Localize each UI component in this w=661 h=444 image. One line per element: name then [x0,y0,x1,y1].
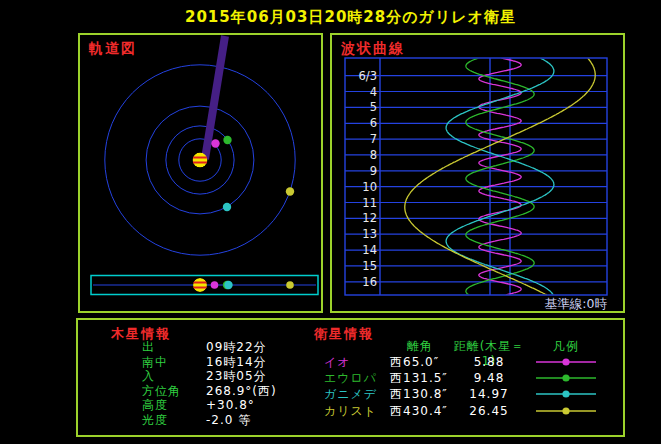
satellite-legend-swatch [528,370,604,386]
satellite-info-table: 離角距離(木星＝1)凡例イオ西65.0″5.88エウロパ西131.5″9.48ガ… [324,339,604,419]
jupiter-row-label: 方位角 [142,384,194,399]
date-tick-label: 16 [362,275,377,289]
wave-panel-label: 波状曲線 [341,40,405,58]
satellite-legend-swatch [528,354,604,370]
date-tick-label: 14 [362,243,377,257]
wave-curves [405,58,595,295]
jupiter-row-value: 09時22分 [194,340,324,355]
legend-dot [562,391,569,398]
legend-dot [562,407,569,414]
page-title: 2015年06月03日20時28分のガリレオ衛星 [76,8,625,28]
satellite-name: イオ [324,354,390,370]
bar-moon-dot-カリスト [286,281,294,289]
date-tick-label: 5 [370,100,377,114]
date-tick-label: 7 [370,132,377,146]
date-tick-label: 6/3 [358,69,377,83]
legend-line-icon [534,372,598,384]
jupiter-row-label: 入 [142,369,194,384]
date-tick-label: 12 [362,211,377,225]
wave-chart: 6/345678910111213141516基準線:0時 [332,35,623,311]
jupiter-row-label: 出 [142,340,194,355]
date-tick-label: 8 [370,148,377,162]
wave-curve-イオ [479,58,521,295]
satellite-elongation: 西130.8″ [390,386,450,402]
jupiter-row-value: 16時14分 [194,355,324,370]
col-header-elongation: 離角 [390,339,450,354]
satellite-name: ガニメデ [324,386,390,402]
orbit-panel: 軌道図 [78,33,323,313]
wave-curve-ガニメデ [446,58,554,295]
jupiter-row-value: 268.9°(西) [194,384,324,399]
legend-line-icon [534,388,598,400]
jupiter-disk [193,153,208,168]
info-panel: 木星情報 出09時22分南中16時14分入23時05分方位角268.9°(西)高… [76,318,625,437]
jupiter-row-label: 南中 [142,355,194,370]
jupiter-info-table: 出09時22分南中16時14分入23時05分方位角268.9°(西)高度+30.… [142,340,324,428]
satellite-distance: 14.97 [450,386,528,402]
orbit-moon-dot-ガニメデ [223,203,231,211]
date-tick-label: 6 [370,116,377,130]
satellite-name: エウロパ [324,370,390,386]
satellite-elongation: 西65.0″ [390,354,450,370]
col-header-legend: 凡例 [528,339,604,354]
date-tick-label: 13 [362,227,377,241]
satellite-elongation: 西430.4″ [390,403,450,419]
date-tick-label: 4 [370,85,377,99]
wave-frame [345,58,607,295]
jupiter-glyph [193,278,207,292]
date-tick-label: 15 [362,259,377,273]
legend-dot [562,375,569,382]
jupiter-row-value: +30.8° [194,398,324,413]
bar-moon-dot-ガニメデ [224,281,232,289]
jupiter-row-label: 光度 [142,413,194,428]
satellite-distance: 9.48 [450,370,528,386]
jupiter-row-value: 23時05分 [194,369,324,384]
app-window: 2015年06月03日20時28分のガリレオ衛星 軌道図 6/345678910… [0,0,661,444]
wave-curve-エウロパ [466,58,534,295]
legend-line-icon [534,356,598,368]
date-tick-label: 10 [362,180,377,194]
satellite-elongation: 西131.5″ [390,370,450,386]
wave-curve-カリスト [405,58,595,295]
orbit-moon-dot-イオ [211,139,219,147]
orbit-diagram [80,35,321,311]
date-tick-label: 11 [362,196,377,210]
jupiter-disk [193,278,207,292]
satellite-distance: 26.45 [450,403,528,419]
wave-panel: 6/345678910111213141516基準線:0時 波状曲線 [330,33,625,313]
satellite-legend-swatch [528,386,604,402]
bar-moon-dot-イオ [211,281,219,289]
jupiter-row-value: -2.0 等 [194,413,324,428]
satellite-legend-swatch [528,403,604,419]
date-tick-label: 9 [370,164,377,178]
orbit-panel-label: 軌道図 [89,40,137,58]
orbit-moon-dot-カリスト [286,187,294,195]
satellite-name: カリスト [324,403,390,419]
col-header-spacer [324,339,390,354]
col-header-distance: 距離(木星＝1) [450,339,528,354]
jupiter-glyph [193,153,208,168]
legend-dot [562,358,569,365]
baseline-note: 基準線:0時 [545,296,608,311]
jupiter-row-label: 高度 [142,398,194,413]
satellite-distance: 5.88 [450,354,528,370]
orbit-moon-dot-エウロパ [223,136,231,144]
legend-line-icon [534,405,598,417]
